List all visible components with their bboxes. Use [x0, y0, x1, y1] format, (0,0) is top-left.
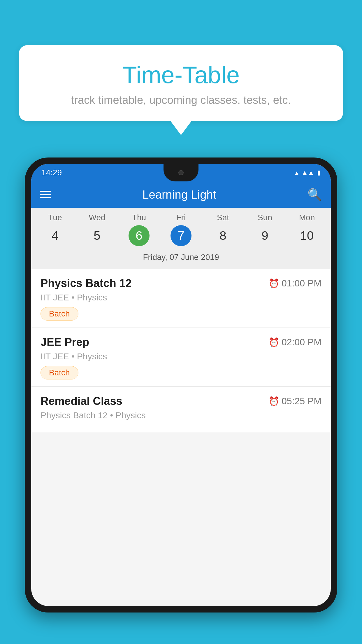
phone-body: 14:29 ▴ ▲▲ ▮ Learning Light 🔍 [25, 158, 337, 612]
day-10-wrapper[interactable]: 10 [286, 225, 328, 247]
day-name-mon: Mon [286, 213, 328, 222]
day-7-wrapper[interactable]: 7 [160, 225, 202, 247]
day-9: 9 [262, 225, 268, 247]
day-name-thu: Thu [118, 213, 160, 222]
event-1-time-container: ⏰ 01:00 PM [268, 278, 321, 289]
event-3-time: 05:25 PM [282, 396, 321, 407]
clock-icon-3: ⏰ [268, 396, 279, 406]
wifi-icon: ▴ [295, 169, 298, 177]
day-name-fri: Fri [160, 213, 202, 222]
camera-dot [178, 170, 184, 175]
notch [164, 164, 198, 181]
status-time: 14:29 [41, 168, 62, 177]
event-2-time: 02:00 PM [282, 337, 321, 348]
day-name-tue: Tue [34, 213, 76, 222]
menu-button[interactable] [40, 191, 51, 198]
search-icon[interactable]: 🔍 [307, 188, 322, 202]
speech-bubble: Time-Table track timetable, upcoming cla… [19, 45, 343, 121]
day-nums-row: 4 5 6 7 8 9 [31, 222, 331, 250]
status-icons: ▴ ▲▲ ▮ [295, 169, 321, 177]
battery-icon: ▮ [317, 169, 321, 176]
day-5: 5 [94, 225, 100, 247]
day-name-sat: Sat [202, 213, 244, 222]
day-6-wrapper[interactable]: 6 [118, 225, 160, 247]
app-bar-title: Learning Light [51, 188, 307, 201]
event-card-1[interactable]: Physics Batch 12 ⏰ 01:00 PM IIT JEE • Ph… [31, 269, 331, 328]
event-1-time: 01:00 PM [282, 278, 321, 289]
calendar-section: Tue Wed Thu Fri Sat Sun Mon 4 5 [31, 208, 331, 269]
event-card-2[interactable]: JEE Prep ⏰ 02:00 PM IIT JEE • Physics Ba… [31, 328, 331, 387]
day-names-row: Tue Wed Thu Fri Sat Sun Mon [31, 213, 331, 222]
day-7: 7 [171, 225, 191, 246]
speech-bubble-section: Time-Table track timetable, upcoming cla… [19, 45, 343, 135]
event-2-subtitle: IIT JEE • Physics [41, 351, 321, 361]
signal-icon: ▲▲ [301, 169, 314, 176]
phone-container: 14:29 ▴ ▲▲ ▮ Learning Light 🔍 [25, 158, 337, 644]
event-3-header: Remedial Class ⏰ 05:25 PM [41, 395, 321, 407]
event-1-title: Physics Batch 12 [41, 277, 132, 290]
phone-screen: 14:29 ▴ ▲▲ ▮ Learning Light 🔍 [31, 164, 331, 606]
event-2-tag: Batch [41, 366, 78, 379]
app-bar: Learning Light 🔍 [31, 181, 331, 208]
day-4-wrapper[interactable]: 4 [34, 225, 76, 247]
clock-icon-2: ⏰ [268, 337, 279, 347]
event-2-header: JEE Prep ⏰ 02:00 PM [41, 336, 321, 349]
event-1-tag: Batch [41, 307, 78, 321]
event-3-title: Remedial Class [41, 395, 122, 407]
event-3-subtitle: Physics Batch 12 • Physics [41, 410, 321, 420]
day-name-sun: Sun [244, 213, 286, 222]
event-2-title: JEE Prep [41, 336, 89, 349]
date-label: Friday, 07 June 2019 [31, 250, 331, 266]
bubble-subtitle: track timetable, upcoming classes, tests… [36, 94, 326, 106]
day-8-wrapper[interactable]: 8 [202, 225, 244, 247]
day-5-wrapper[interactable]: 5 [76, 225, 118, 247]
day-name-wed: Wed [76, 213, 118, 222]
day-4: 4 [52, 225, 58, 247]
status-bar: 14:29 ▴ ▲▲ ▮ [31, 164, 331, 181]
bubble-title: Time-Table [36, 61, 326, 89]
event-card-3[interactable]: Remedial Class ⏰ 05:25 PM Physics Batch … [31, 387, 331, 432]
bubble-arrow [171, 121, 191, 135]
clock-icon-1: ⏰ [268, 278, 279, 288]
events-section: Physics Batch 12 ⏰ 01:00 PM IIT JEE • Ph… [31, 269, 331, 432]
day-8: 8 [220, 225, 226, 247]
event-1-header: Physics Batch 12 ⏰ 01:00 PM [41, 277, 321, 290]
event-1-subtitle: IIT JEE • Physics [41, 293, 321, 302]
day-10: 10 [304, 225, 310, 247]
event-3-time-container: ⏰ 05:25 PM [268, 396, 321, 407]
event-2-time-container: ⏰ 02:00 PM [268, 337, 321, 348]
day-9-wrapper[interactable]: 9 [244, 225, 286, 247]
day-6: 6 [129, 225, 150, 246]
